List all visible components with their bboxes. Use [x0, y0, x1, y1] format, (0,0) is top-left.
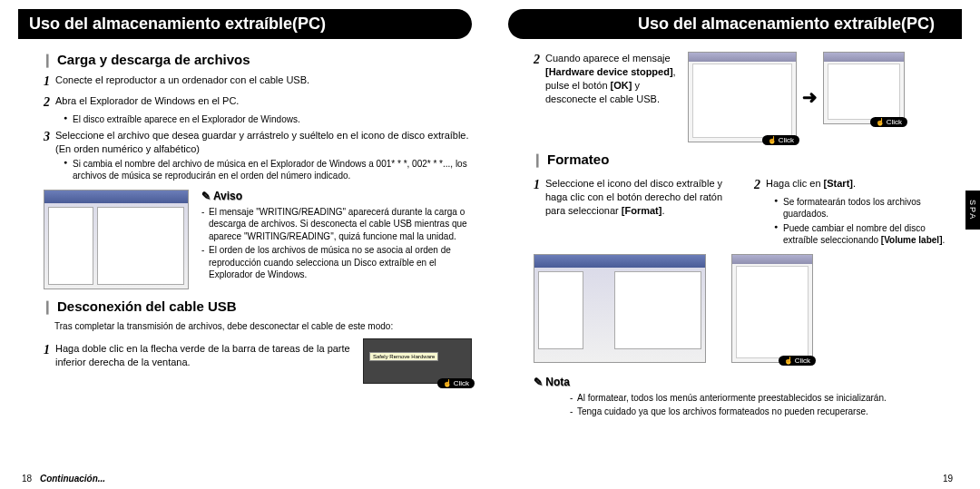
step-with-image: 1 Haga doble clic en la flecha verde de …	[44, 338, 472, 384]
nota-block: Nota Al formatear, todos los menús anter…	[534, 376, 962, 418]
step-1: 1 Conecte el reproductor a un ordenador …	[44, 73, 472, 91]
nota-item: Al formatear, todos los menús anteriorme…	[570, 392, 962, 405]
system-tray-image: Safely Remove Hardware Click	[363, 338, 472, 384]
tray-tooltip: Safely Remove Hardware	[369, 352, 438, 361]
bullet: Puede cambiar el nombre del disco extraí…	[774, 222, 962, 247]
page-number: 19	[943, 474, 953, 484]
step-3: 3 Seleccione el archivo que desea guarda…	[44, 129, 472, 156]
step2-text: Cuando aparece el mensaje [Hardware devi…	[545, 52, 688, 105]
click-badge: Click	[870, 117, 907, 127]
nota-item: Tenga cuidado ya que los archivos format…	[570, 406, 962, 418]
step-number: 3	[44, 129, 50, 146]
step-number: 2	[754, 177, 760, 194]
bullet: Si cambia el nombre del archivo de músic…	[64, 158, 472, 182]
format-dialog: Click	[731, 254, 813, 363]
aviso-title: Aviso	[201, 190, 472, 202]
step-2: 2 Abra el Explorador de Windows en el PC…	[44, 94, 472, 112]
section-carga-title: Carga y descarga de archivos	[42, 52, 472, 68]
bullet: El disco extraíble aparece en el Explora…	[64, 113, 472, 126]
language-tab: SPA	[965, 191, 980, 230]
page-title-left: Uso del almacenamiento extraíble(PC)	[18, 9, 472, 39]
aviso-block: Aviso El mensaje "WRITING/READING" apare…	[44, 190, 472, 289]
explorer-screenshot	[44, 190, 189, 289]
footer-right: 19	[943, 474, 953, 484]
click-badge: Click	[762, 135, 799, 145]
continuation-label: Continuación...	[40, 474, 105, 484]
safely-remove-dialog: Click	[688, 52, 797, 142]
nota-title: Nota	[534, 376, 962, 388]
right-page: Uso del almacenamiento extraíble(PC) 2 C…	[490, 0, 980, 489]
aviso-item: El orden de los archivos de música no se…	[201, 244, 472, 281]
click-badge: Click	[779, 356, 816, 366]
footer-left: 18 Continuación...	[22, 474, 105, 484]
step-number: 1	[534, 177, 540, 194]
format-step1: Seleccione el icono del disco extraíble …	[545, 177, 741, 218]
left-page: Uso del almacenamiento extraíble(PC) Car…	[0, 0, 490, 489]
page-number: 18	[22, 474, 32, 484]
page-title-right: Uso del almacenamiento extraíble(PC)	[508, 9, 962, 39]
explorer-format-screenshot	[534, 254, 706, 363]
section-formateo-title: Formateo	[532, 152, 962, 168]
stop-device-dialog: Click	[823, 52, 905, 124]
step-number: 1	[44, 73, 50, 91]
intro-paragraph: Tras completar la transmisión de archivo…	[54, 320, 472, 333]
step-number: 2	[44, 94, 50, 112]
step2-row: 2 Cuando aparece el mensaje [Hardware de…	[534, 52, 962, 142]
click-badge: Click	[437, 378, 475, 388]
aviso-item: El mensaje "WRITING/READING" aparecerá d…	[201, 206, 472, 243]
format-screenshots: Click	[534, 254, 962, 363]
arrow-icon: ➜	[802, 86, 818, 108]
step-number: 1	[44, 342, 50, 359]
step-number: 2	[534, 52, 540, 69]
section-desconexion-title: Desconexión del cable USB	[42, 298, 472, 315]
bullet: Se formatearán todos los archivos guarda…	[774, 196, 962, 220]
format-step2: Haga clic en [Start].	[766, 177, 962, 191]
